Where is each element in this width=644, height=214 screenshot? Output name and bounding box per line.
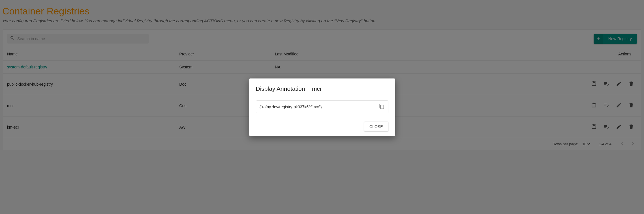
copy-button[interactable] <box>379 103 385 110</box>
copy-icon <box>379 103 385 109</box>
dialog-title-name: mcr <box>312 85 322 92</box>
close-button[interactable]: CLOSE <box>364 122 388 131</box>
dialog-title: Display Annotation - mcr <box>256 85 388 92</box>
annotation-value: {"rafay.dev/registry-pk037k6":"mcr"} <box>260 105 322 109</box>
display-annotation-dialog: Display Annotation - mcr {"rafay.dev/reg… <box>249 78 395 136</box>
dialog-title-prefix: Display Annotation - <box>256 85 309 92</box>
annotation-field: {"rafay.dev/registry-pk037k6":"mcr"} <box>256 100 388 113</box>
